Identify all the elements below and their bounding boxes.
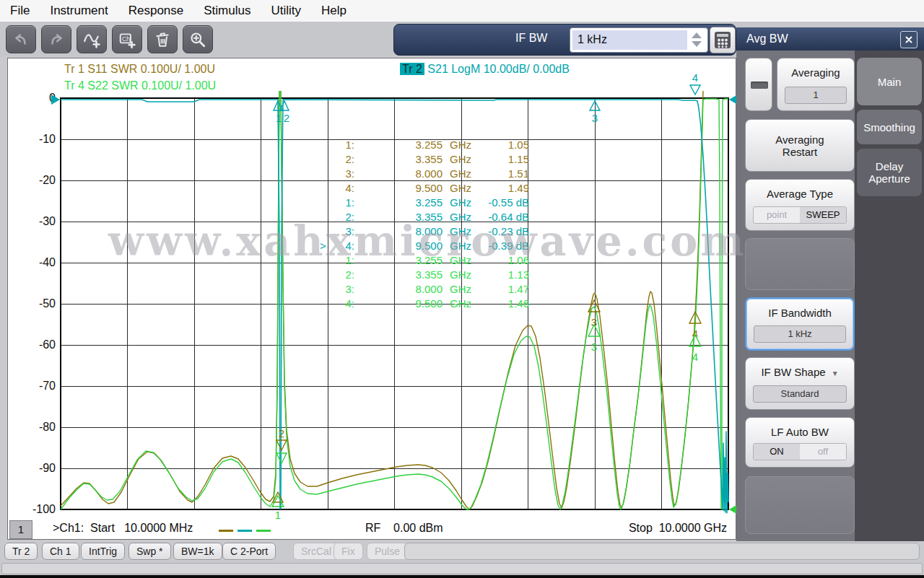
- averaging-button[interactable]: Averaging 1: [777, 58, 855, 111]
- average-type-segmented[interactable]: point SWEEP: [753, 206, 847, 224]
- tab-smoothing[interactable]: Smoothing: [857, 110, 922, 144]
- active-trace-chip: Tr 2: [400, 63, 424, 75]
- lf-auto-bw-on-option[interactable]: ON: [754, 444, 800, 460]
- zoom-button[interactable]: [183, 25, 213, 53]
- menu-stimulus[interactable]: Stimulus: [193, 0, 261, 22]
- menu-help[interactable]: Help: [311, 0, 357, 22]
- status-trigger-mode[interactable]: IntTrig: [81, 543, 125, 560]
- status-cal-2port[interactable]: C 2-Port: [222, 543, 276, 560]
- if-bw-shape-value: Standard: [753, 385, 847, 403]
- menu-response[interactable]: Response: [118, 0, 194, 22]
- average-type-sweep-option[interactable]: SWEEP: [800, 207, 846, 223]
- marker-row: 2:3.355GHz1.15: [320, 152, 529, 167]
- y-tick-90: -90: [15, 462, 56, 475]
- marker-row: 2:3.355GHz1.13: [320, 268, 529, 282]
- trace4-header[interactable]: Tr 4 S22 SWR 0.100U/ 1.00U: [64, 79, 216, 92]
- marker3-label[interactable]: 3: [592, 112, 598, 124]
- trace1-legend-dash: [219, 530, 233, 532]
- if-bw-spinner[interactable]: [689, 30, 705, 49]
- trace4-legend-dash: [256, 530, 271, 532]
- tab-delay-aperture[interactable]: Delay Aperture: [857, 149, 922, 196]
- menu-file[interactable]: File: [0, 0, 40, 22]
- spin-up-icon[interactable]: [692, 32, 702, 38]
- sweep-start-readout[interactable]: >Ch1: Start 10.0000 MHz: [53, 522, 193, 535]
- vna-app-window: { "menu": {"items": ["File", "Instrument…: [0, 0, 924, 578]
- rf-power-readout[interactable]: RF 0.00 dBm: [365, 522, 443, 535]
- marker-row: 4:9.500GHz1.49: [320, 181, 529, 196]
- averaging-restart-button[interactable]: Averaging Restart: [745, 119, 855, 172]
- marker1-label[interactable]: 1: [276, 112, 282, 124]
- keypad-icon: [713, 30, 732, 50]
- marker-row: 1:3.255GHz1.05: [320, 138, 529, 152]
- lf-auto-bw-off-option[interactable]: off: [800, 444, 846, 460]
- marker-row: 3:8.000GHz1.51: [320, 167, 529, 181]
- y-tick-100: -100: [15, 503, 56, 516]
- if-bw-shape-button[interactable]: IF BW Shape▼ Standard: [745, 357, 855, 410]
- status-active-channel[interactable]: Ch 1: [42, 543, 79, 560]
- swr-marker1-label[interactable]: 1: [275, 509, 281, 521]
- status-fix: Fix: [334, 543, 363, 560]
- y-tick-50: -50: [15, 297, 56, 310]
- if-bw-spinbox[interactable]: 1 kHz: [570, 27, 708, 53]
- tab-main[interactable]: Main: [857, 58, 922, 105]
- y-tick-40: -40: [15, 256, 56, 269]
- svg-text:Ch: Ch: [122, 35, 130, 42]
- marker-row: 3:8.000GHz-0.23 dB: [320, 224, 529, 239]
- status-srccal: SrcCal: [293, 543, 339, 560]
- redo-button[interactable]: [41, 25, 71, 53]
- keypad-button[interactable]: [710, 27, 736, 53]
- marker4-label[interactable]: 4: [692, 71, 698, 84]
- avg-bw-panel: Avg BW Main Smoothing Delay Aperture Ave…: [736, 27, 924, 541]
- panel-close-button[interactable]: [900, 31, 918, 48]
- average-type-point-option[interactable]: point: [754, 207, 800, 223]
- delete-trace-button[interactable]: [147, 25, 178, 53]
- marker2-label[interactable]: 2: [284, 112, 289, 124]
- y-tick-20: -20: [15, 174, 56, 187]
- add-channel-icon: Ch: [118, 31, 136, 48]
- add-trace-button[interactable]: [77, 25, 107, 53]
- status-message-field-2: [1, 563, 923, 574]
- channel-tab-1[interactable]: 1: [9, 520, 32, 539]
- panel-tab-column: Main Smoothing Delay Aperture: [855, 51, 924, 541]
- ref-level-arrow-left: [51, 95, 60, 105]
- spin-down-icon[interactable]: [692, 41, 702, 47]
- tr4-marker4-label[interactable]: 4: [692, 351, 698, 363]
- average-type-button[interactable]: Average Type point SWEEP: [745, 179, 855, 231]
- if-bandwidth-button[interactable]: IF Bandwidth 1 kHz: [745, 297, 855, 351]
- trace2-header[interactable]: Tr 2 S21 LogM 10.00dB/ 0.00dB: [400, 63, 570, 76]
- sweep-stop-readout[interactable]: Stop 10.0000 GHz: [557, 522, 727, 535]
- tr4-marker3-label[interactable]: 3: [591, 341, 597, 353]
- lf-auto-bw-segmented[interactable]: ON off: [753, 443, 847, 460]
- add-trace-icon: [83, 31, 100, 48]
- swr-marker2-label[interactable]: 2: [279, 427, 284, 439]
- tr1-marker3-label[interactable]: 3: [591, 316, 597, 328]
- window-bottom-edge: [0, 575, 924, 578]
- trash-icon: [154, 31, 171, 48]
- y-tick-10: -10: [15, 133, 56, 146]
- y-tick-30: -30: [15, 215, 56, 228]
- status-active-trace[interactable]: Tr 2: [4, 543, 38, 560]
- marker-row: 1:3.255GHz1.06: [320, 253, 529, 268]
- menu-instrument[interactable]: Instrument: [40, 0, 118, 22]
- menu-bar: File Instrument Response Stimulus Utilit…: [0, 0, 924, 22]
- averaging-toggle-button[interactable]: [745, 58, 772, 111]
- y-tick-70: -70: [15, 380, 56, 393]
- status-bandwidth[interactable]: BW=1k: [173, 543, 222, 560]
- if-bw-value[interactable]: 1 kHz: [572, 30, 687, 50]
- trace2-s21-logm-curve: [61, 100, 280, 509]
- add-channel-button[interactable]: Ch: [112, 25, 142, 53]
- status-sweep[interactable]: Swp *: [128, 543, 171, 560]
- averaging-led-indicator: [751, 82, 768, 89]
- trace1-s11-swr-curve: [61, 91, 279, 506]
- marker-row-active: >4:9.500GHz-0.39 dB: [320, 239, 529, 253]
- menu-utility[interactable]: Utility: [261, 0, 311, 22]
- marker-row: 4:9.500GHz1.46: [320, 297, 529, 311]
- averaging-value: 1: [785, 87, 847, 104]
- undo-button[interactable]: [6, 25, 36, 53]
- if-bw-quickbar: IF BW 1 kHz: [393, 24, 736, 56]
- trace1-header[interactable]: Tr 1 S11 SWR 0.100U/ 1.00U: [64, 63, 215, 76]
- dropdown-arrow-icon: ▼: [832, 369, 839, 377]
- panel-header[interactable]: Avg BW: [736, 27, 924, 51]
- lf-auto-bw-button[interactable]: LF Auto BW ON off: [745, 417, 855, 468]
- undo-icon: [12, 31, 30, 48]
